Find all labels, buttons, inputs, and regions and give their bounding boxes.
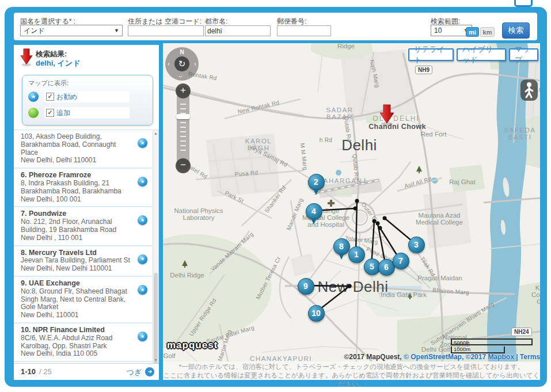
zoom-ticks: [180, 104, 186, 153]
road-badge-nh24: NH24: [511, 328, 532, 336]
pan-right-icon[interactable]: ›: [194, 61, 196, 67]
disclaimer-line1: *一部のホテルでは、宿泊客に対して、トラベラーズ・チェックの現地通貨への換金サー…: [163, 363, 540, 371]
result-city: New Delhi, India 110 005: [21, 350, 132, 358]
result-marker-icon: ★: [138, 285, 147, 295]
map-display-title: マップに表示:: [28, 79, 69, 87]
scroll-up-icon[interactable]: ▲: [153, 131, 158, 135]
result-city: New Delhi, Delhi 110001: [21, 157, 132, 165]
result-name: 6. Pheroze Framroze: [21, 172, 132, 180]
search-button[interactable]: 検索: [502, 22, 530, 39]
disclaimer-footer: *一部のホテルでは、宿泊客に対して、トラベラーズ・チェックの現地通貨への換金サー…: [163, 361, 540, 380]
map-marker-7[interactable]: 7: [393, 253, 409, 269]
map-marker-1[interactable]: 1: [348, 246, 365, 263]
marker-tail: [311, 218, 317, 224]
attribution-mapbox-link[interactable]: ©2017 Mapbox: [466, 353, 514, 361]
result-address: 8, Indra Prakash Building, 21 Barakhamba…: [21, 180, 132, 196]
results-query: delhi, インド: [36, 58, 80, 68]
result-name: 8. Mercury Travels Ltd: [21, 249, 132, 257]
result-item[interactable]: 8. Mercury Travels LtdJeevan Tara Buildi…: [14, 246, 152, 277]
result-city: New Delhi, 100 001: [21, 196, 132, 204]
result-item[interactable]: 7. PoundwizeNo. 212, 2nd Floor, Arunacha…: [14, 207, 152, 246]
map-button-satellite[interactable]: サテライト: [408, 48, 454, 61]
map-canvas[interactable]: RidgeNath MargRohtak RdNew Rohtak RdSADA…: [163, 43, 540, 361]
walker-icon: [520, 79, 538, 101]
zoom-in-button[interactable]: +: [176, 83, 191, 98]
road-badge-nh9: NH9: [415, 66, 432, 74]
country-select[interactable]: インド ▼: [20, 25, 123, 36]
marker-tail: [313, 189, 319, 195]
attribution-mapquest: ©2017 MapQuest,: [344, 353, 401, 361]
attribution-osm-link[interactable]: © OpenStreetMap,: [404, 353, 463, 361]
result-city: New Delhi, 110001: [21, 311, 132, 319]
zoom-handle[interactable]: [176, 114, 190, 119]
scale-feet: 5000ft: [451, 338, 533, 345]
results-list: 103, Akash Deep Buiiding, Barakhamba Roa…: [14, 130, 152, 364]
rotate-icon[interactable]: ↻: [174, 56, 189, 71]
map-marker-9[interactable]: 9: [298, 278, 314, 295]
map-button-hybrid[interactable]: ハイブリッド: [457, 48, 506, 61]
pan-down-icon[interactable]: ›: [178, 75, 184, 78]
result-address: No. 212, 2nd Floor, Arunachal Building, …: [21, 218, 132, 234]
result-item[interactable]: 6. Pheroze Framroze8, Indra Prakash Buil…: [14, 169, 152, 207]
result-marker-icon: ★: [138, 177, 147, 187]
results-sidebar: 検索結果: delhi, インド マップに表示: ★✓お勧め✓追加 103, A…: [14, 45, 159, 380]
pedestrian-view-button[interactable]: [520, 79, 538, 101]
option-checkbox[interactable]: ✓: [46, 109, 54, 117]
pagination-range: 1-10: [21, 367, 36, 376]
zoom-slider[interactable]: + −: [177, 86, 189, 170]
map-marker-2[interactable]: 2: [308, 174, 325, 191]
option-label: 追加: [56, 108, 70, 118]
result-address: No:8, Ground Flr, Shaheed Bhagat Singh M…: [21, 288, 132, 311]
next-page-link[interactable]: つぎ: [126, 367, 142, 378]
map-marker-4[interactable]: 4: [306, 203, 322, 220]
pagination: 1-10 / 25 つぎ ➜: [14, 363, 159, 380]
search-form: 国名を選択する* : インド ▼ 住所または 空港コード: 都市名: 郵便番号:…: [14, 13, 537, 40]
map-button-map[interactable]: マップ: [509, 48, 538, 61]
result-marker-icon: ★: [138, 332, 147, 341]
next-page-arrow-icon[interactable]: ➜: [145, 367, 154, 376]
map-marker-3[interactable]: 3: [408, 237, 425, 253]
country-select-value: インド: [24, 26, 45, 36]
pan-left-icon[interactable]: ‹: [168, 61, 170, 67]
option-label: お勧め: [56, 92, 78, 102]
search-result-arrow-icon: [20, 48, 33, 67]
result-address: Jeevan Tara Building, Parliament St: [21, 257, 132, 265]
green-marker-icon: [28, 108, 39, 118]
disclaimer-line2: ここに含まれている情報は変更されることがあります。あらかじめ電話で両替方針および…: [163, 371, 540, 389]
window-partial-icon: [514, 0, 533, 7]
pagination-total: / 25: [39, 367, 52, 376]
chevron-down-icon: ▼: [114, 28, 119, 33]
map-attribution: ©2017 MapQuest, © OpenStreetMap, ©2017 M…: [344, 353, 540, 361]
compass-north-label: N: [180, 49, 184, 55]
map-display-box: マップに表示: ★✓お勧め✓追加: [22, 75, 153, 125]
attribution-terms-link[interactable]: Terms: [520, 353, 540, 361]
attribution-separator: |: [516, 353, 518, 361]
map-marker-8[interactable]: 8: [333, 238, 350, 255]
marker-tail: [339, 253, 344, 260]
result-name: 10. NPR Finance Limited: [21, 326, 132, 334]
results-scrollbar[interactable]: ▲ ▼: [153, 130, 159, 364]
search-center-marker-icon: [379, 104, 395, 126]
scroll-down-icon[interactable]: ▼: [153, 358, 158, 362]
unit-km-button[interactable]: km: [480, 27, 495, 37]
option-checkbox[interactable]: ✓: [46, 93, 54, 101]
compass-control[interactable]: N ‹ › › ↻: [165, 47, 199, 81]
result-item[interactable]: 103, Akash Deep Buiiding, Barakhamba Roa…: [14, 130, 152, 169]
result-marker-icon: ★: [138, 138, 147, 148]
result-city: New Delhi , 110 001: [21, 234, 132, 242]
radius-select-value: 10: [434, 26, 442, 35]
postal-input[interactable]: [277, 25, 331, 36]
zoom-out-button[interactable]: −: [176, 158, 191, 173]
result-item[interactable]: 9. UAE ExchangeNo:8, Ground Flr, Shaheed…: [14, 277, 152, 324]
blue-star-marker-icon: ★: [28, 92, 39, 102]
result-item[interactable]: 10. NPR Finance Limited8C/6, W.E.A. Abdu…: [14, 324, 152, 362]
result-marker-icon: ★: [138, 254, 147, 264]
address-input[interactable]: [128, 25, 204, 36]
map-marker-10[interactable]: 10: [308, 305, 325, 322]
mapquest-logo: mapquest: [167, 340, 218, 351]
map-base-layer: [163, 43, 540, 361]
result-address: 8C/6, W.E.A. Abdul Aziz Road Karolbag, O…: [21, 334, 132, 351]
city-input[interactable]: [205, 25, 271, 36]
result-address: 103, Akash Deep Buiiding, Barakhamba Roa…: [21, 133, 132, 157]
unit-mi-button[interactable]: mi: [466, 27, 479, 37]
